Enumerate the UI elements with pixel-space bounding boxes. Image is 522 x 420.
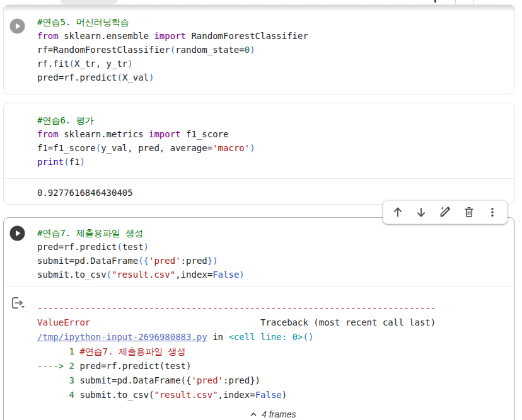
code-token: import <box>154 31 186 41</box>
cell-gutter <box>4 103 37 178</box>
code-token: ( <box>107 270 112 280</box>
code-line: rf=RandomForestClassifier(random_state=0… <box>37 43 514 57</box>
play-icon <box>9 225 25 241</box>
play-icon <box>9 18 25 34</box>
code-token: sklearn.ensemble <box>59 31 154 41</box>
code-line: 3 submit=pd.DataFrame({'pred':pred}) <box>37 373 514 388</box>
arrow-up-icon <box>391 205 405 219</box>
notebook-canvas: #연습5. 머신러닝학습from sklearn.ensemble import… <box>0 0 522 420</box>
code-token <box>90 317 260 327</box>
code-editor[interactable]: #연습7. 제출용파일 생성pred=rf.predict(test)submi… <box>37 218 514 287</box>
code-token: submit=pd.DataFrame <box>37 256 138 266</box>
code-line: 1 #연습7. 제출용파일 생성 <box>37 344 514 359</box>
code-line: print(f1) <box>37 155 514 169</box>
code-token: ) <box>282 390 287 400</box>
code-token: f1=f1_score <box>37 143 96 153</box>
code-token: submit.to_csv <box>37 270 107 280</box>
code-token: print <box>37 157 64 167</box>
more-cell-actions-button[interactable] <box>482 203 503 222</box>
code-token: ( <box>69 59 74 69</box>
code-token: ) <box>250 143 255 153</box>
code-token: f1_score <box>181 129 229 139</box>
arrow-down-icon <box>414 205 428 219</box>
run-cell-button[interactable] <box>9 18 25 34</box>
code-token: pred=rf.predict <box>37 242 117 252</box>
cell-output-icon <box>9 295 26 311</box>
code-token: ( <box>96 143 101 153</box>
output-options-button[interactable] <box>9 295 25 310</box>
code-token: ( <box>117 72 122 82</box>
code-token: ( <box>170 45 175 55</box>
code-token: 1 <box>37 346 79 356</box>
code-token: False <box>255 390 282 400</box>
code-line: ----> 2 pred=rf.predict(test) <box>37 359 514 373</box>
code-token: sklearn.metrics <box>59 129 149 139</box>
code-token: y_val, pred, average= <box>101 143 212 153</box>
code-token: from <box>37 129 59 139</box>
code-line: from sklearn.metrics import f1_score <box>37 127 514 141</box>
code-token: X_tr, y_tr <box>74 59 127 69</box>
output-gutter <box>4 179 37 205</box>
code-token: 0 <box>245 45 250 55</box>
code-token: #연습7. 제출용파일 생성 <box>79 346 185 356</box>
cell-toolbar <box>383 200 508 224</box>
code-line: pred=rf.predict(X_val) <box>37 71 514 84</box>
move-cell-up-button[interactable] <box>387 203 409 222</box>
code-line: #연습6. 평가 <box>37 113 514 127</box>
code-token: random_state= <box>175 45 245 55</box>
code-token: #연습6. 평가 <box>37 115 94 125</box>
code-token: from <box>37 31 59 41</box>
code-token: <cell line: 0> <box>228 332 303 342</box>
output-gutter <box>4 287 37 402</box>
code-token: ( <box>64 157 69 167</box>
delete-cell-button[interactable] <box>458 203 480 222</box>
code-token: RandomForestClassifier <box>186 31 308 41</box>
chevron-up-icon <box>248 409 258 419</box>
code-cell-practice6: #연습6. 평가from sklearn.metrics import f1_s… <box>3 103 515 205</box>
code-token: ValueError <box>37 317 90 327</box>
code-token: ----> 2 <box>37 361 79 371</box>
code-token: ) <box>149 72 154 82</box>
code-line: submit=pd.DataFrame({'pred':pred}) <box>37 254 514 268</box>
code-token: 'pred' <box>149 256 181 266</box>
code-line: #연습5. 머신러닝학습 <box>37 15 514 29</box>
code-editor[interactable]: #연습5. 머신러닝학습from sklearn.ensemble import… <box>37 5 514 84</box>
code-token: ) <box>127 59 132 69</box>
frames-toggle-label: 4 frames <box>262 409 296 419</box>
more-vert-icon <box>485 205 499 219</box>
code-token: 4 <box>37 390 79 400</box>
code-token: ( <box>117 242 122 252</box>
traceback-output: ----------------------------------------… <box>37 287 514 402</box>
code-token: in <box>207 332 229 342</box>
top-caret-remnant <box>434 0 436 3</box>
code-token: :pred <box>181 256 207 266</box>
code-token: :pred}) <box>223 375 260 385</box>
code-token: pred=rf.predict(test) <box>79 361 191 371</box>
code-token: #연습7. 제출용파일 생성 <box>37 228 143 238</box>
code-line: f1=f1_score(y_val, pred, average='macro'… <box>37 141 514 155</box>
code-token: rf=RandomForestClassifier <box>37 45 170 55</box>
code-token: "result.csv" <box>112 270 175 280</box>
code-token: ----------------------------------------… <box>37 303 436 313</box>
code-line: ValueError Traceback (most recent call l… <box>37 315 514 330</box>
run-cell-button[interactable] <box>9 225 25 241</box>
code-line: 4 submit.to_csv("result.csv",index=False… <box>37 388 514 402</box>
code-token: f1 <box>69 157 80 167</box>
edit-with-ai-button[interactable] <box>434 203 456 222</box>
code-token: ) <box>79 157 84 167</box>
code-token: }) <box>207 256 218 266</box>
traceback-file-link[interactable]: /tmp/ipython-input-2696980883.py <box>37 332 207 342</box>
frames-toggle-button[interactable]: 4 frames <box>245 409 299 420</box>
code-cell-practice5: #연습5. 머신러닝학습from sklearn.ensemble import… <box>3 4 515 94</box>
code-token: test <box>122 242 144 252</box>
code-token: submit=pd.DataFrame({ <box>79 375 191 385</box>
code-line: rf.fit(X_tr, y_tr) <box>37 57 514 71</box>
code-line: from sklearn.ensemble import RandomFores… <box>37 29 514 43</box>
code-token: X_val <box>122 72 149 82</box>
code-editor[interactable]: #연습6. 평가from sklearn.metrics import f1_s… <box>37 103 514 178</box>
code-token: rf.fit <box>37 59 69 69</box>
cell-output-text: 0.9277616846430405 <box>37 179 133 205</box>
code-cell-practice7: #연습7. 제출용파일 생성pred=rf.predict(test)submi… <box>3 217 515 420</box>
move-cell-down-button[interactable] <box>410 203 432 222</box>
code-token: 'pred' <box>191 375 223 385</box>
